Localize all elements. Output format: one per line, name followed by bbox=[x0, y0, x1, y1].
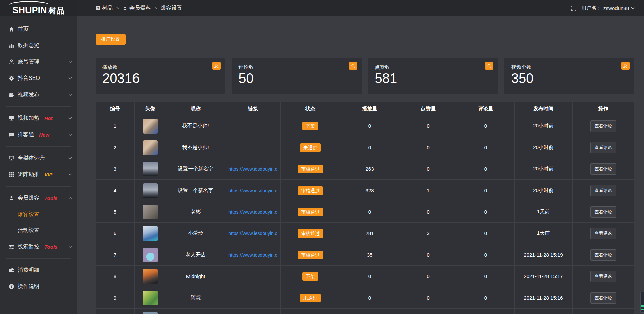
view-comments-button[interactable]: 查看评论 bbox=[590, 120, 616, 132]
cell-comments bbox=[457, 309, 515, 314]
sidebar-item-home[interactable]: 首页 bbox=[0, 21, 77, 37]
videos-table: 编号 头像 昵称 链接 状态 播放量 点赞量 评论量 发布时间 操作 1 我不是… bbox=[96, 102, 634, 314]
total-badge: 总 bbox=[349, 62, 357, 70]
cell-likes: 3 bbox=[399, 223, 457, 244]
video-link[interactable]: https://www.iesdouyin.c bbox=[228, 231, 277, 236]
view-comments-button[interactable]: 查看评论 bbox=[590, 185, 616, 196]
main-content: 推广设置 播放数 20316 总 评论数 50 总 点赞数 581 总 视频个数… bbox=[77, 0, 644, 314]
col-header-publish-time: 发布时间 bbox=[515, 102, 573, 115]
sidebar-subitem-activity-settings[interactable]: 活动设置 bbox=[0, 222, 77, 239]
table-row: 9 阿慧 未通过 0 0 0 2021-11-28 15:16 查看评论 bbox=[96, 287, 634, 309]
table-row: 8 Midnight 下架 0 0 0 2021-11-28 15:17 查看评… bbox=[96, 266, 634, 287]
sidebar-item-matrix-boost[interactable]: 矩阵助推 VIP bbox=[0, 166, 77, 183]
view-comments-button[interactable]: 查看评论 bbox=[590, 292, 616, 304]
cell-number: 6 bbox=[96, 223, 135, 244]
cell-plays: 281 bbox=[340, 223, 399, 244]
video-link[interactable]: https://www.iesdouyin.c bbox=[228, 188, 277, 193]
sidebar-item-consumption-detail[interactable]: 消费明细 bbox=[0, 262, 77, 278]
breadcrumb-item-current[interactable]: 爆客设置 bbox=[161, 5, 182, 12]
grid-icon bbox=[8, 172, 14, 178]
cell-publish-time: 20小时前 bbox=[515, 115, 573, 137]
video-link[interactable]: https://www.iesdouyin.c bbox=[228, 252, 277, 258]
chevron-down-icon bbox=[631, 7, 635, 9]
view-comments-button[interactable]: 查看评论 bbox=[590, 206, 616, 218]
view-comments-button[interactable]: 查看评论 bbox=[590, 228, 616, 239]
stat-card-likes: 点赞数 581 总 bbox=[368, 58, 498, 94]
status-badge: 审核通过 bbox=[298, 208, 323, 216]
sidebar-item-douketong[interactable]: 抖客通 New bbox=[0, 126, 77, 143]
tools-badge: Tools bbox=[44, 195, 57, 201]
stat-card-label: 评论数 bbox=[238, 64, 361, 70]
table-row: 2 我不是小帅! 未通过 0 0 0 20小时前 查看评论 bbox=[96, 137, 634, 158]
chevron-down-icon bbox=[68, 117, 72, 119]
cell-comments: 0 bbox=[457, 244, 515, 266]
cell-likes: 0 bbox=[399, 287, 457, 309]
topbar-right: 用户名： zswodun88 bbox=[571, 0, 644, 16]
logo-text-cjk: 树品 bbox=[49, 7, 65, 15]
cell-publish-time: 2021-11-28 15:16 bbox=[515, 287, 573, 309]
sidebar-item-account-mgmt[interactable]: 账号管理 bbox=[0, 54, 77, 70]
sidebar-item-video-heat[interactable]: 视频加热 Hot bbox=[0, 110, 77, 126]
view-comments-button[interactable]: 查看评论 bbox=[590, 142, 616, 153]
col-header-likes: 点赞量 bbox=[399, 102, 457, 115]
stat-card-videos: 视频个数 350 总 bbox=[504, 58, 634, 94]
sliders-icon bbox=[8, 244, 14, 250]
cell-comments: 0 bbox=[457, 223, 515, 244]
cell-likes bbox=[399, 309, 457, 314]
sidebar-item-label: 操作说明 bbox=[18, 283, 39, 290]
total-badge: 总 bbox=[621, 62, 630, 70]
cell-plays: 328 bbox=[340, 180, 399, 201]
svg-text:?: ? bbox=[10, 285, 12, 289]
avatar bbox=[143, 248, 158, 262]
sidebar-item-clue-monitor[interactable]: 线索监控 Tools bbox=[0, 239, 77, 255]
tools-badge: Tools bbox=[44, 244, 57, 250]
home-icon bbox=[8, 26, 14, 32]
video-link[interactable]: https://www.iesdouyin.c bbox=[228, 209, 277, 215]
table-header-row: 编号 头像 昵称 链接 状态 播放量 点赞量 评论量 发布时间 操作 bbox=[96, 102, 634, 115]
cell-nickname: Midnight bbox=[166, 266, 225, 287]
breadcrumb: 树品 > 会员爆客 > 爆客设置 bbox=[77, 0, 571, 16]
stat-card-plays: 播放数 20316 总 bbox=[96, 58, 225, 94]
status-badge: 审核通过 bbox=[298, 229, 323, 238]
cell-plays: 35 bbox=[340, 244, 399, 266]
cell-comments: 0 bbox=[457, 266, 515, 287]
topbar: SHUPIN 树品 树品 > 会员爆客 > 爆客设置 用户名： zswodun8… bbox=[0, 0, 644, 16]
cell-publish-time: 20小时前 bbox=[515, 180, 573, 201]
sidebar-item-omnimedia[interactable]: 全媒体运营 bbox=[0, 150, 77, 166]
view-comments-button[interactable]: 查看评论 bbox=[590, 163, 616, 175]
col-header-actions: 操作 bbox=[573, 102, 634, 115]
view-comments-button[interactable]: 查看评论 bbox=[590, 249, 616, 261]
breadcrumb-item-member[interactable]: 会员爆客 bbox=[123, 5, 151, 12]
stat-card-label: 点赞数 bbox=[375, 64, 498, 70]
sidebar-menu: 首页 数据总览 账号管理 抖音SEO 视频发布 视频加热 Hot bbox=[0, 16, 77, 295]
sidebar-item-data-overview[interactable]: 数据总览 bbox=[0, 37, 77, 54]
sidebar-item-video-publish[interactable]: 视频发布 bbox=[0, 87, 77, 103]
sidebar-subitem-label: 活动设置 bbox=[18, 227, 39, 234]
cell-likes: 1 bbox=[399, 180, 457, 201]
sidebar-item-douyin-seo[interactable]: 抖音SEO bbox=[0, 70, 77, 87]
sidebar-item-member-baoke[interactable]: 会员爆客 Tools bbox=[0, 190, 77, 206]
sidebar-subitem-baoke-settings[interactable]: 爆客设置 bbox=[0, 206, 77, 222]
sidebar-divider bbox=[6, 106, 71, 107]
cell-nickname: 我不是小帅! bbox=[166, 115, 225, 137]
cell-plays: 0 bbox=[340, 287, 399, 309]
promotion-settings-button[interactable]: 推广设置 bbox=[96, 34, 126, 45]
cell-nickname: 老人开店 bbox=[166, 244, 225, 266]
total-badge: 总 bbox=[485, 62, 493, 70]
chevron-down-icon bbox=[68, 94, 72, 96]
breadcrumb-item-home[interactable]: 树品 bbox=[96, 5, 113, 12]
logo-text-en: SHUPIN bbox=[12, 5, 47, 15]
fullscreen-icon[interactable] bbox=[571, 6, 576, 11]
user-menu[interactable]: 用户名： zswodun88 bbox=[581, 5, 635, 11]
wallet-icon bbox=[8, 267, 14, 273]
floating-widget[interactable] bbox=[640, 292, 644, 313]
video-link[interactable]: https://www.iesdouyin.c bbox=[228, 166, 277, 172]
chevron-down-icon bbox=[68, 61, 72, 63]
status-badge: 未通过 bbox=[300, 143, 321, 152]
sidebar-item-label: 数据总览 bbox=[18, 42, 39, 49]
cell-plays: 263 bbox=[340, 158, 399, 180]
app-logo[interactable]: SHUPIN 树品 bbox=[0, 0, 77, 16]
sidebar-item-label: 矩阵助推 bbox=[18, 171, 39, 178]
view-comments-button[interactable]: 查看评论 bbox=[590, 271, 616, 282]
sidebar-item-instructions[interactable]: ? 操作说明 bbox=[0, 278, 77, 295]
